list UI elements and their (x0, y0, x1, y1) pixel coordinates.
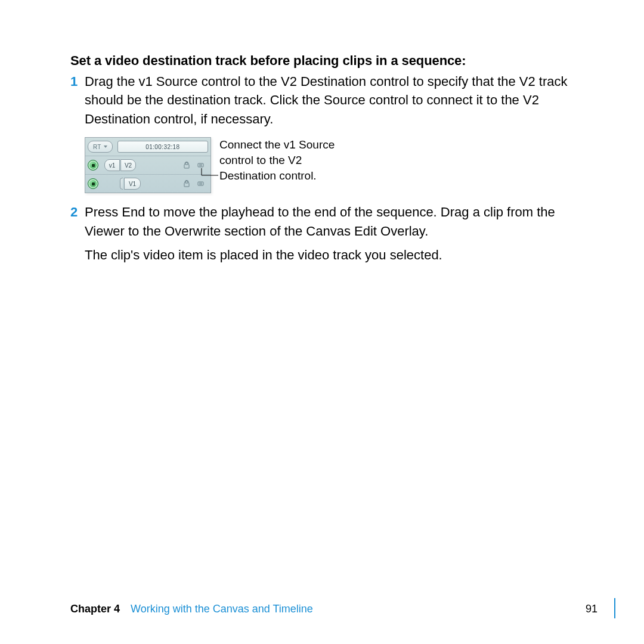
chapter-label: Chapter 4 (70, 603, 120, 615)
step-text: Press End to move the playhead to the en… (85, 203, 574, 241)
step-1: 1 Drag the v1 Source control to the V2 D… (85, 72, 574, 129)
svg-rect-0 (198, 163, 203, 167)
track-row-v1: V1 (85, 175, 210, 193)
film-icon (92, 182, 95, 185)
timecode-value: 01:00:32:18 (145, 144, 179, 150)
visibility-toggle-v2[interactable] (88, 160, 98, 171)
visibility-toggle-v1[interactable] (88, 178, 98, 189)
chapter-title: Working with the Canvas and Timeline (131, 603, 313, 615)
figure: RT 01:00:32:18 v1 V2 (85, 137, 574, 193)
lock-icon[interactable] (183, 162, 190, 169)
dropdown-icon (104, 145, 107, 148)
step-2: 2 Press End to move the playhead to the … (85, 203, 574, 241)
step-text: Drag the v1 Source control to the V2 Des… (85, 72, 574, 129)
timeline-track-panel: RT 01:00:32:18 v1 V2 (85, 137, 211, 193)
lock-icon[interactable] (183, 180, 190, 187)
source-control-v1[interactable]: v1 (104, 159, 120, 171)
page-edge-bar (614, 598, 616, 618)
page: Set a video destination track before pla… (0, 0, 644, 644)
panel-header-row: RT 01:00:32:18 (85, 138, 210, 156)
step-number: 2 (70, 203, 85, 222)
steps-list: 1 Drag the v1 Source control to the V2 D… (70, 72, 574, 265)
leader-line (198, 168, 219, 188)
figure-caption: Connect the v1 Source control to the V2 … (219, 137, 335, 183)
timecode-field[interactable]: 01:00:32:18 (117, 141, 208, 153)
caption-line: control to the V2 (219, 153, 335, 168)
result-paragraph: The clip's video item is placed in the v… (85, 246, 574, 265)
destination-control-v1[interactable]: V1 (124, 178, 141, 190)
step-number: 1 (70, 72, 85, 91)
rt-label: RT (93, 144, 101, 150)
section-heading: Set a video destination track before pla… (70, 52, 574, 70)
rt-button[interactable]: RT (88, 141, 113, 153)
caption-line: Destination control. (219, 168, 335, 184)
caption-line: Connect the v1 Source (219, 137, 335, 153)
page-footer: Chapter 4 Working with the Canvas and Ti… (70, 603, 644, 615)
destination-control-v2[interactable]: V2 (120, 159, 136, 171)
destination-cap-v1[interactable] (120, 178, 123, 190)
track-row-v2: v1 V2 (85, 156, 210, 175)
page-number: 91 (586, 603, 597, 615)
film-icon (92, 164, 95, 167)
